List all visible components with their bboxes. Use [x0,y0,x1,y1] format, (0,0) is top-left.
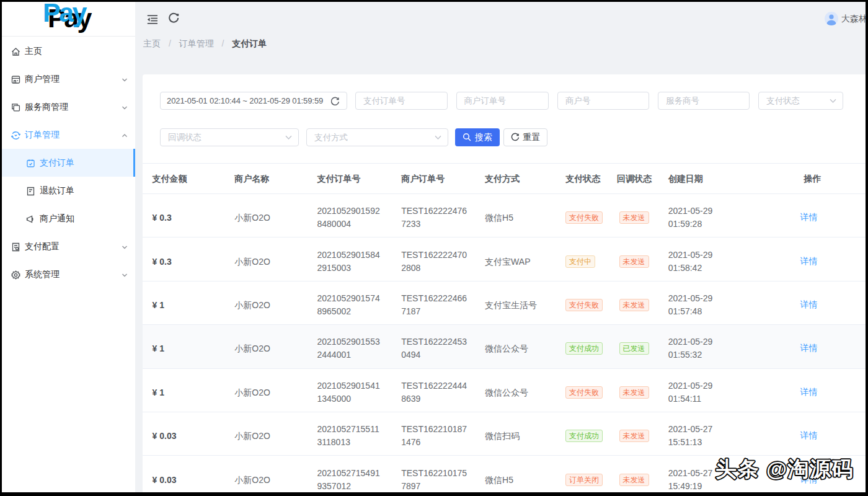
svg-text:头条 @淘源码: 头条 @淘源码 [715,457,854,480]
